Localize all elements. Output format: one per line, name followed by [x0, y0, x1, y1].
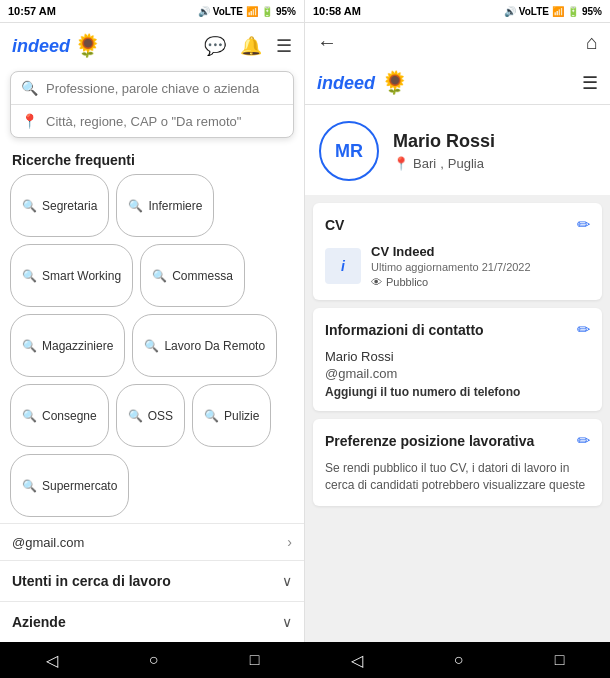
search-icon: 🔍	[21, 80, 38, 96]
tag-search-icon: 🔍	[152, 269, 167, 283]
job-search-input[interactable]	[46, 81, 283, 96]
account-email: @gmail.com	[12, 535, 84, 550]
indeed-logo: indeed 🌻	[12, 33, 101, 59]
pref-edit-icon[interactable]: ✏	[577, 431, 590, 450]
tag-label: Pulizie	[224, 409, 259, 423]
tag-search-icon: 🔍	[128, 409, 143, 423]
cv-row: i CV Indeed Ultimo aggiornamento 21/7/20…	[325, 244, 590, 288]
nav-circle-left[interactable]: ○	[149, 651, 159, 669]
home-icon[interactable]: ⌂	[586, 31, 598, 54]
account-row[interactable]: @gmail.com ›	[0, 523, 304, 560]
tag-search-icon: 🔍	[22, 479, 37, 493]
sunflower-icon: 🌻	[74, 33, 101, 59]
pref-desc: Se rendi pubblico il tuo CV, i datori di…	[325, 460, 590, 494]
left-status-icons: 🔊 VoLTE 📶 🔋 95%	[198, 6, 296, 17]
left-header: indeed 🌻 💬 🔔 ☰	[0, 23, 304, 65]
tag-search-icon: 🔍	[22, 339, 37, 353]
job-search-row[interactable]: 🔍	[11, 72, 293, 105]
cv-file-icon: i	[325, 248, 361, 284]
tag-item[interactable]: 🔍Supermercato	[10, 454, 129, 517]
tag-label: Supermercato	[42, 479, 117, 493]
tag-item[interactable]: 🔍OSS	[116, 384, 185, 447]
tag-item[interactable]: 🔍Magazziniere	[10, 314, 125, 377]
right-subheader: indeed 🌻 ☰	[305, 62, 610, 105]
chevron-down-icon-2: ∨	[282, 614, 292, 630]
nav-square-right[interactable]: □	[555, 651, 565, 669]
tag-label: Segretaria	[42, 199, 97, 213]
cv-edit-icon[interactable]: ✏	[577, 215, 590, 234]
eye-icon: 👁	[371, 276, 382, 288]
tag-label: Magazziniere	[42, 339, 113, 353]
contact-card: Informazioni di contatto ✏ Mario Rossi @…	[313, 308, 602, 411]
profile-section: MR Mario Rossi 📍 Bari , Puglia	[305, 105, 610, 195]
pref-card-title: Preferenze posizione lavorativa	[325, 433, 534, 449]
tag-search-icon: 🔍	[22, 269, 37, 283]
back-icon[interactable]: ←	[317, 31, 337, 54]
messages-icon[interactable]: 💬	[204, 35, 226, 57]
left-status-time: 10:57 AM	[8, 5, 56, 17]
chevron-down-icon-1: ∨	[282, 573, 292, 589]
right-header: ← ⌂	[305, 23, 610, 62]
search-container: 🔍 📍	[10, 71, 294, 138]
right-status-icons: 🔊 VoLTE 📶 🔋 95%	[504, 6, 602, 17]
cv-card-title: CV	[325, 217, 344, 233]
menu-icon[interactable]: ☰	[276, 35, 292, 57]
tag-label: Consegne	[42, 409, 97, 423]
tag-label: Commessa	[172, 269, 233, 283]
location-search-input[interactable]	[46, 114, 283, 129]
tag-item[interactable]: 🔍Lavoro Da Remoto	[132, 314, 277, 377]
nav-back-right[interactable]: ◁	[351, 651, 363, 670]
add-phone-link[interactable]: Aggiungi il tuo numero di telefono	[325, 385, 590, 399]
tag-label: Lavoro Da Remoto	[164, 339, 265, 353]
chevron-right-icon: ›	[287, 534, 292, 550]
location-search-row[interactable]: 📍	[11, 105, 293, 137]
bottom-nav: ◁ ○ □ ◁ ○ □	[0, 642, 610, 678]
tag-label: Infermiere	[148, 199, 202, 213]
right-sunflower-icon: 🌻	[381, 70, 408, 96]
tag-item[interactable]: 🔍Infermiere	[116, 174, 214, 237]
tag-item[interactable]: 🔍Commessa	[140, 244, 245, 307]
nav-square-left[interactable]: □	[250, 651, 260, 669]
tag-search-icon: 🔍	[204, 409, 219, 423]
cv-card-header: CV ✏	[325, 215, 590, 234]
tag-label: OSS	[148, 409, 173, 423]
tags-container: 🔍Segretaria🔍Infermiere🔍Smart Working🔍Com…	[0, 174, 304, 517]
nav-back-left[interactable]: ◁	[46, 651, 58, 670]
tag-item[interactable]: 🔍Segretaria	[10, 174, 109, 237]
aziende-label: Aziende	[12, 614, 66, 630]
location-icon: 📍	[21, 113, 38, 129]
right-status-time: 10:58 AM	[313, 5, 361, 17]
tag-search-icon: 🔍	[128, 199, 143, 213]
contact-card-header: Informazioni di contatto ✏	[325, 320, 590, 339]
contact-name: Mario Rossi	[325, 349, 590, 364]
profile-location: 📍 Bari , Puglia	[393, 156, 495, 171]
right-menu-icon[interactable]: ☰	[582, 72, 598, 94]
tag-search-icon: 🔍	[22, 409, 37, 423]
tag-item[interactable]: 🔍Consegne	[10, 384, 109, 447]
right-logo-group: indeed 🌻	[317, 70, 408, 96]
pref-card-header: Preferenze posizione lavorativa ✏	[325, 431, 590, 450]
contact-card-title: Informazioni di contatto	[325, 322, 484, 338]
notifications-icon[interactable]: 🔔	[240, 35, 262, 57]
pref-card: Preferenze posizione lavorativa ✏ Se ren…	[313, 419, 602, 506]
profile-region: Puglia	[448, 156, 484, 171]
profile-name: Mario Rossi	[393, 131, 495, 152]
tag-label: Smart Working	[42, 269, 121, 283]
profile-location-pin: 📍	[393, 156, 409, 171]
cv-name: CV Indeed	[371, 244, 531, 259]
tag-item[interactable]: 🔍Smart Working	[10, 244, 133, 307]
tag-search-icon: 🔍	[22, 199, 37, 213]
nav-circle-right[interactable]: ○	[454, 651, 464, 669]
aziende-collapsible[interactable]: Aziende ∨	[0, 601, 304, 642]
cv-info: CV Indeed Ultimo aggiornamento 21/7/2022…	[371, 244, 531, 288]
contact-edit-icon[interactable]: ✏	[577, 320, 590, 339]
cv-card: CV ✏ i CV Indeed Ultimo aggiornamento 21…	[313, 203, 602, 300]
utenti-collapsible[interactable]: Utenti in cerca di lavoro ∨	[0, 560, 304, 601]
profile-city: Bari	[413, 156, 436, 171]
tag-item[interactable]: 🔍Pulizie	[192, 384, 271, 447]
tag-search-icon: 🔍	[144, 339, 159, 353]
avatar: MR	[319, 121, 379, 181]
cv-visibility: 👁 Pubblico	[371, 276, 531, 288]
profile-info: Mario Rossi 📍 Bari , Puglia	[393, 131, 495, 171]
cv-date: Ultimo aggiornamento 21/7/2022	[371, 261, 531, 273]
